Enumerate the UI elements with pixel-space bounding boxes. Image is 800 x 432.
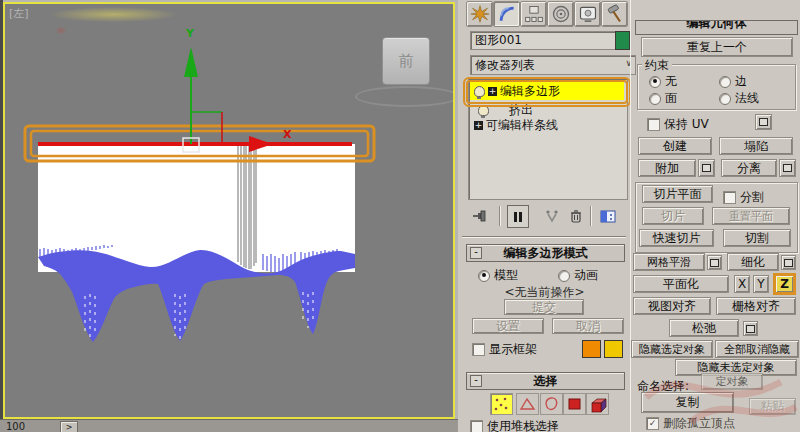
grid-align-button[interactable]: 栅格对齐 [716,297,796,315]
radio-constraint-edge[interactable]: 边 [719,73,747,90]
radio-constraint-normal[interactable]: 法线 [719,90,759,107]
tab-modify[interactable] [493,1,520,27]
detach-settings-button[interactable] [779,159,796,177]
relax-button[interactable]: 松弛 [669,319,739,337]
detach-button[interactable]: 分离 [721,159,777,177]
reset-plane-button[interactable]: 重置平面 [712,207,790,225]
trash-icon [568,208,584,224]
settings-box-icon [710,259,719,267]
commit-button[interactable]: 提交 [504,299,584,315]
radio-animate[interactable]: 动画 [558,267,598,284]
expand-plus-icon[interactable]: + [488,87,497,96]
radio-dot [719,93,731,105]
radio-constraint-none[interactable]: 无 [649,73,677,90]
app-window: Y X [左] 前 100 > [0,0,800,432]
cage-selected-color-swatch[interactable] [604,340,623,358]
configure-modifier-sets-button[interactable] [598,207,618,225]
radio-label: 法线 [735,90,759,107]
edge-icon [519,396,536,412]
configure-sets-icon [600,209,617,224]
tessellate-button[interactable]: 细化 [727,253,779,271]
track-arrow-button[interactable]: > [60,421,78,432]
subobject-element-button[interactable] [586,393,609,415]
radio-model[interactable]: 模型 [478,267,518,284]
make-planar-button[interactable]: 平面化 [633,275,729,293]
radio-constraint-face[interactable]: 面 [649,90,677,107]
preserve-uv-checkbox[interactable]: 保持 UV [647,116,709,133]
display-icon [578,4,598,24]
rollout-edit-geometry[interactable]: 编辑几何体 [635,20,798,35]
use-stack-selection-checkbox[interactable]: 使用堆栈选择 [470,418,559,432]
create-button[interactable]: 创建 [638,137,712,155]
object-color-swatch[interactable] [615,31,630,50]
vertex-icon [493,396,510,412]
collapse-button[interactable]: 塌陷 [719,137,793,155]
cancel-button[interactable]: 取消 [552,318,624,334]
planar-z-button-annotated[interactable]: Z [773,273,796,295]
border-icon [543,396,560,412]
subobject-polygon-button[interactable] [563,393,586,415]
radio-dot [649,76,661,88]
remove-modifier-button[interactable] [566,207,586,225]
viewcube-ring[interactable] [355,86,455,107]
collapse-icon[interactable]: - [470,375,482,387]
stack-row-editable-spline[interactable]: + 可编辑样条线 [470,118,624,132]
cage-color-swatch[interactable] [582,340,601,358]
subobject-vertex-button[interactable] [490,393,513,415]
split-checkbox[interactable]: 分割 [723,189,764,206]
rollout-title: 选择 [534,373,558,390]
planar-y-button[interactable]: Y [753,275,769,293]
cut-button[interactable]: 切割 [723,229,791,247]
gizmo-y-arrowhead[interactable] [184,47,198,77]
checkbox-label: 保持 UV [664,116,709,133]
lightbulb-icon[interactable] [478,105,489,116]
modifier-list-dropdown[interactable]: 修改器列表 ∨ [470,55,636,75]
subobject-edge-button[interactable] [516,393,539,415]
tab-create[interactable] [466,1,493,27]
quickslice-button[interactable]: 快速切片 [639,229,714,247]
rollout-selection[interactable]: - 选择 [466,372,625,390]
show-end-result-button[interactable] [507,205,529,228]
subobject-border-button[interactable] [540,393,563,415]
settings-box-icon [746,325,755,333]
collapse-icon[interactable]: - [470,247,482,259]
tab-hierarchy[interactable] [520,1,547,27]
viewport-label[interactable]: [左] [9,6,29,21]
tab-motion[interactable] [547,1,574,27]
track-bar: 100 > [0,419,458,432]
watermark-squiggle [631,352,800,432]
planar-x-button[interactable]: X [734,275,750,293]
radio-label: 动画 [574,267,598,284]
repeat-last-button[interactable]: 重复上一个 [641,37,793,57]
view-align-button[interactable]: 视图对齐 [633,297,711,315]
settings-box-icon [759,118,768,126]
show-cage-checkbox[interactable]: 显示框架 [472,341,537,358]
lobe-speckles [85,292,313,339]
make-unique-button[interactable] [542,207,562,225]
slice-plane-button[interactable]: 切片平面 [642,185,713,203]
mesh-wavy-selection[interactable] [38,250,355,342]
relax-settings-button[interactable] [743,321,758,336]
tab-display[interactable] [574,1,601,27]
slice-button[interactable]: 切片 [642,207,704,225]
settings-button[interactable]: 设置 [472,318,544,334]
lightbulb-icon[interactable] [474,86,485,97]
attach-button[interactable]: 附加 [638,159,696,177]
settings-box-icon [784,259,793,267]
tab-utilities[interactable] [601,1,628,27]
settings-box-icon [702,164,711,172]
stack-row-extrude[interactable]: 挤出 [470,103,624,117]
attach-list-button[interactable] [698,159,715,177]
pin-stack-button[interactable] [470,207,490,225]
expand-plus-icon[interactable]: + [474,121,483,130]
radio-dot [649,93,661,105]
viewport-front[interactable]: Y X [左] 前 [3,2,455,419]
object-name-field[interactable]: 图形001 [470,31,622,50]
viewcube[interactable]: 前 [382,37,430,85]
msmooth-settings-button[interactable] [707,255,722,270]
msmooth-button[interactable]: 网格平滑 [633,253,705,271]
preserve-uv-settings-button[interactable] [755,114,772,130]
tessellate-settings-button[interactable] [781,255,796,270]
rollout-edit-poly-mode[interactable]: - 编辑多边形模式 [466,244,625,262]
stack-row-edit-poly[interactable]: + 编辑多边形 [470,82,624,100]
